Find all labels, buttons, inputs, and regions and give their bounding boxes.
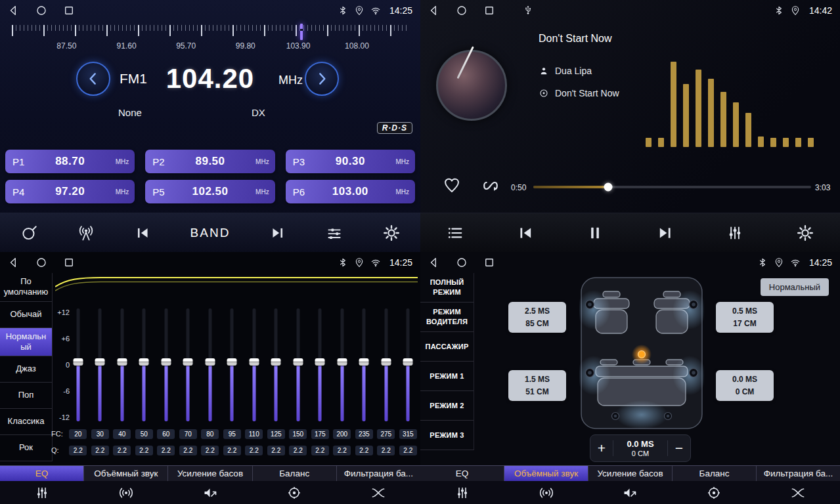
audio-tab[interactable]: Фильтрация ба... (336, 466, 420, 481)
slider-knob[interactable] (95, 358, 105, 366)
back-icon[interactable] (428, 257, 440, 268)
slider-knob[interactable] (139, 358, 149, 366)
equalizer-button[interactable] (325, 224, 343, 242)
speaker-delay-readout[interactable]: 2.5 MS 85 CM (508, 302, 566, 333)
eq-preset-item[interactable]: Обычай (0, 302, 52, 328)
band-button[interactable]: BAND (190, 226, 231, 240)
slider-knob[interactable] (293, 358, 303, 366)
tab-filter-icon[interactable] (336, 482, 420, 504)
eq-band-slider[interactable] (73, 308, 83, 421)
slider-knob[interactable] (403, 358, 413, 366)
tab-surround-icon[interactable] (504, 482, 588, 504)
eq-preset-item[interactable]: Рок (0, 435, 52, 461)
tab-surround-icon[interactable] (84, 482, 168, 504)
back-icon[interactable] (428, 5, 440, 16)
listening-mode-item[interactable]: РЕЖИМ 2 (420, 391, 474, 421)
recents-icon[interactable] (63, 5, 75, 16)
speaker-delay-readout[interactable]: 0.0 MS 0 CM (716, 370, 774, 401)
audio-tab[interactable]: Баланс (672, 466, 756, 481)
slider-knob[interactable] (315, 358, 325, 366)
listening-mode-item[interactable]: РЕЖИМ 1 (420, 362, 474, 391)
tab-equalizer-icon[interactable] (420, 482, 504, 504)
back-icon[interactable] (8, 5, 20, 16)
home-icon[interactable] (35, 5, 47, 16)
eq-preset-item[interactable]: По умолчанию (0, 273, 52, 302)
listening-mode-item[interactable]: РЕЖИМ ВОДИТЕЛЯ (420, 303, 474, 332)
pause-button[interactable] (586, 224, 604, 242)
slider-knob[interactable] (227, 358, 237, 366)
speaker-delay-readout[interactable]: 1.5 MS 51 CM (508, 370, 566, 401)
listener-position-dot[interactable] (638, 351, 646, 358)
recents-icon[interactable] (63, 257, 75, 268)
back-icon[interactable] (8, 257, 20, 268)
listening-mode-item[interactable]: ПАССАЖИР (420, 332, 474, 362)
previous-station-button[interactable] (134, 224, 151, 242)
slider-knob[interactable] (117, 358, 127, 366)
seek-bar-knob[interactable] (604, 183, 613, 192)
slider-knob[interactable] (73, 358, 83, 366)
audio-tab[interactable]: Объёмный звук (83, 466, 167, 481)
eq-band-slider[interactable] (139, 308, 149, 421)
tab-balance-icon[interactable] (672, 482, 756, 504)
eq-band-slider[interactable] (117, 308, 127, 421)
preset-button[interactable]: P4 97.20 MHz (5, 180, 135, 203)
slider-knob[interactable] (271, 358, 281, 366)
next-track-button[interactable] (656, 224, 674, 242)
audio-tab[interactable]: EQ (420, 466, 504, 481)
audio-tab[interactable]: Усиление басов (588, 466, 672, 481)
eq-band-slider[interactable] (249, 308, 259, 421)
preset-button[interactable]: P1 88.70 MHz (5, 150, 135, 173)
favorite-button[interactable] (443, 176, 461, 194)
eq-band-slider[interactable] (315, 308, 325, 421)
home-icon[interactable] (456, 257, 468, 268)
audio-tab[interactable]: Усиление басов (167, 466, 252, 481)
preset-button[interactable]: P3 90.30 MHz (286, 150, 415, 173)
frequency-scale[interactable] (12, 24, 409, 41)
seek-bar[interactable] (533, 186, 811, 188)
eq-band-slider[interactable] (271, 308, 281, 421)
tab-bass-boost-icon[interactable] (588, 482, 673, 504)
slider-knob[interactable] (381, 358, 391, 366)
tab-equalizer-icon[interactable] (0, 482, 84, 504)
preset-button[interactable]: P5 102.50 MHz (145, 180, 275, 203)
tab-balance-icon[interactable] (252, 482, 336, 504)
eq-band-slider[interactable] (227, 308, 237, 421)
tune-down-button[interactable] (76, 62, 110, 96)
home-icon[interactable] (35, 257, 47, 268)
slider-knob[interactable] (249, 358, 259, 366)
broadcast-button[interactable] (77, 224, 95, 242)
slider-knob[interactable] (359, 358, 369, 366)
eq-preset-item[interactable]: Классика (0, 409, 52, 435)
eq-band-slider[interactable] (161, 308, 171, 421)
tune-up-button[interactable] (305, 62, 339, 96)
eq-band-slider[interactable] (403, 308, 413, 421)
eq-band-slider[interactable] (183, 308, 193, 421)
audio-tab[interactable]: Баланс (252, 466, 336, 481)
tab-bass-boost-icon[interactable] (168, 482, 252, 504)
sound-profile-button[interactable]: Нормальный (761, 278, 829, 296)
eq-band-slider[interactable] (205, 308, 215, 421)
settings-button[interactable] (796, 224, 814, 242)
scan-button[interactable] (20, 224, 38, 242)
preset-button[interactable]: P6 103.00 MHz (286, 180, 415, 203)
next-station-button[interactable] (269, 224, 286, 242)
eq-band-slider[interactable] (381, 308, 391, 421)
slider-knob[interactable] (161, 358, 171, 366)
eq-band-slider[interactable] (95, 308, 105, 421)
preset-button[interactable]: P2 89.50 MHz (145, 150, 275, 173)
eq-band-slider[interactable] (293, 308, 303, 421)
repeat-button[interactable] (481, 176, 500, 196)
eq-band-slider[interactable] (337, 308, 347, 421)
increase-delay-button[interactable]: + (590, 435, 613, 461)
home-icon[interactable] (456, 5, 468, 16)
recents-icon[interactable] (483, 257, 495, 268)
previous-track-button[interactable] (516, 224, 535, 242)
slider-knob[interactable] (183, 358, 193, 366)
decrease-delay-button[interactable]: − (668, 435, 690, 461)
listening-mode-item[interactable]: ПОЛНЫЙ РЕЖИМ (420, 273, 474, 303)
audio-tab[interactable]: Фильтрация ба... (756, 466, 840, 481)
eq-preset-item[interactable]: Поп (0, 383, 52, 409)
eq-preset-item[interactable]: Нормальный (0, 328, 52, 357)
settings-button[interactable] (382, 224, 401, 242)
eq-preset-item[interactable]: Джаз (0, 356, 52, 383)
